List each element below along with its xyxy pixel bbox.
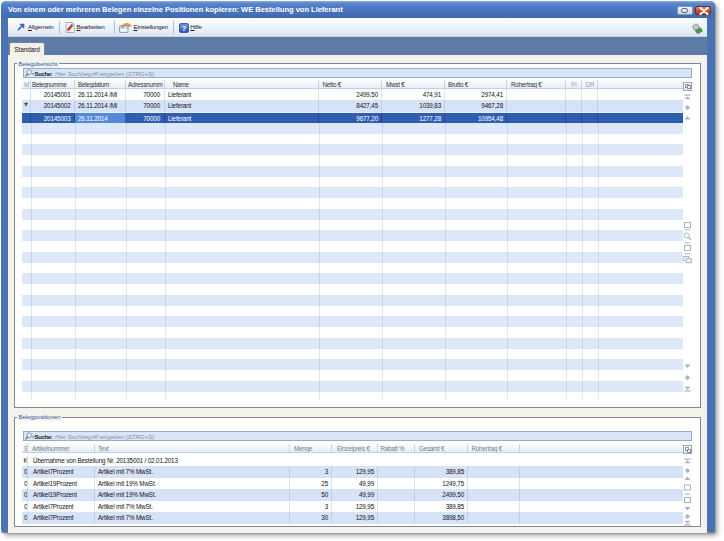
svg-text:?: ?	[181, 23, 186, 32]
